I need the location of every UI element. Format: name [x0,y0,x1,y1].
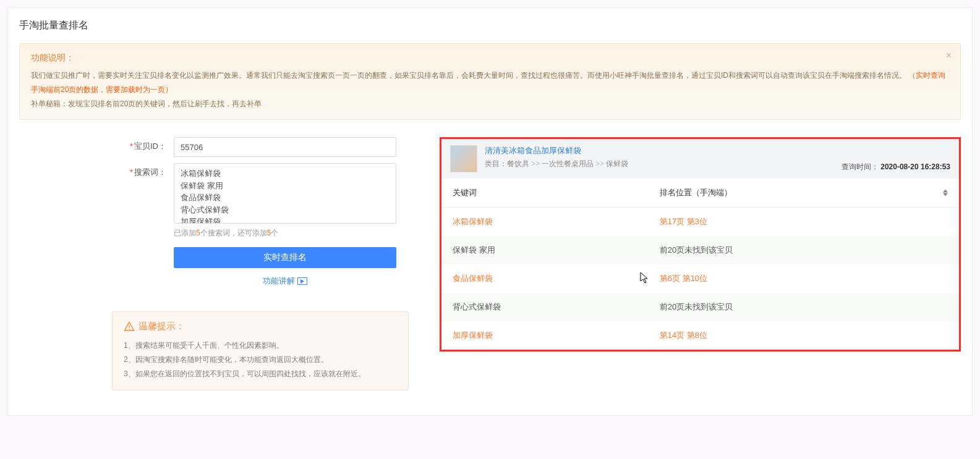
table-row: 冰箱保鲜袋第17页 第3位 [441,208,959,237]
tips-item: 3、如果您在返回的位置找不到宝贝，可以周围四处找找，应该就在附近。 [124,367,397,381]
cell-keyword: 冰箱保鲜袋 [441,208,649,237]
submit-button[interactable]: 实时查排名 [174,247,396,268]
table-row: 背心式保鲜袋前20页未找到该宝贝 [441,293,959,321]
sort-icon[interactable] [943,190,948,196]
warning-icon [124,321,135,332]
tips-item: 1、搜索结果可能受千人千面、个性化因素影响。 [124,339,397,353]
info-box: × 功能说明： 我们做宝贝推广时，需要实时关注宝贝排名变化以监测推广效果。通常我… [19,43,961,120]
info-line1-pre: 我们做宝贝推广时，需要实时关注宝贝排名变化以监测推广效果。通常我们只能去淘宝搜索… [31,71,906,80]
col-position[interactable]: 排名位置（手淘端） [649,179,959,208]
cell-position: 前20页未找到该宝贝 [649,236,959,264]
info-close-icon[interactable]: × [946,50,952,61]
cell-keyword: 加厚保鲜袋 [441,321,649,350]
tips-box: 温馨提示： 1、搜索结果可能受千人千面、个性化因素影响。2、因淘宝搜索排名随时可… [112,311,409,390]
svg-marker-0 [300,279,304,284]
keywords-textarea[interactable] [174,163,396,224]
product-id-input[interactable] [174,137,396,157]
keywords-helper: 已添加5个搜索词，还可添加5个 [174,228,396,238]
table-row: 保鲜袋 家用前20页未找到该宝贝 [441,236,959,264]
id-label: *宝贝ID： [19,137,174,152]
cell-position: 第6页 第10位 [649,264,959,293]
cell-position: 第14页 第8位 [649,321,959,350]
cell-position: 第17页 第3位 [649,208,959,237]
query-time: 查询时间： 2020-08-20 16:28:53 [842,162,950,172]
table-row: 食品保鲜袋第6页 第10位 [441,264,959,293]
cell-keyword: 食品保鲜袋 [441,264,649,293]
col-keyword: 关键词 [441,179,649,208]
result-table: 关键词 排名位置（手淘端） 冰箱保鲜袋第17页 第3位保鲜袋 家用前20页未找到… [441,179,959,350]
kw-label: *搜索词： [19,163,174,178]
tips-item: 2、因淘宝搜索排名随时可能变化，本功能查询返回大概位置。 [124,353,397,367]
svg-point-2 [129,329,130,330]
product-thumbnail [450,145,477,172]
result-panel: 清清美冰箱食品加厚保鲜袋 类目：餐饮具>>一次性餐桌用品>>保鲜袋 查询时间： … [440,137,961,352]
product-title[interactable]: 清清美冰箱食品加厚保鲜袋 [485,145,950,156]
help-link[interactable]: 功能讲解 [263,276,307,287]
result-header: 清清美冰箱食品加厚保鲜袋 类目：餐饮具>>一次性餐桌用品>>保鲜袋 查询时间： … [441,139,959,179]
info-box-body: 我们做宝贝推广时，需要实时关注宝贝排名变化以监测推广效果。通常我们只能去淘宝搜索… [31,69,949,111]
play-icon [297,277,307,285]
page-title: 手淘批量查排名 [19,19,961,32]
tips-header: 温馨提示： [124,321,397,332]
table-row: 加厚保鲜袋第14页 第8位 [441,321,959,350]
info-line2: 补单秘籍：发现宝贝排名前20页的关键词，然后让刷手去找，再去补单 [31,99,262,108]
cell-position: 前20页未找到该宝贝 [649,293,959,321]
info-box-title: 功能说明： [31,53,949,64]
cell-keyword: 背心式保鲜袋 [441,293,649,321]
cell-keyword: 保鲜袋 家用 [441,236,649,264]
